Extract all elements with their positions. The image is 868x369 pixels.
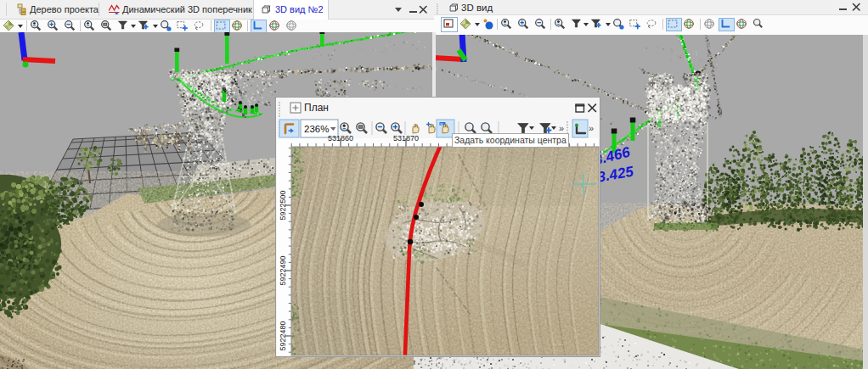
svg-text:»: » — [589, 123, 594, 133]
svg-text:5922500: 5922500 — [279, 190, 287, 220]
svg-text:531870: 531870 — [393, 134, 419, 143]
svg-text:5922490: 5922490 — [279, 255, 287, 285]
svg-text:531860: 531860 — [328, 134, 353, 143]
svg-text:5922480: 5922480 — [279, 321, 287, 350]
svg-text:План: План — [304, 102, 329, 114]
svg-text:M: M — [440, 122, 442, 126]
svg-text:236%: 236% — [304, 124, 329, 134]
svg-text:»: » — [559, 123, 564, 133]
